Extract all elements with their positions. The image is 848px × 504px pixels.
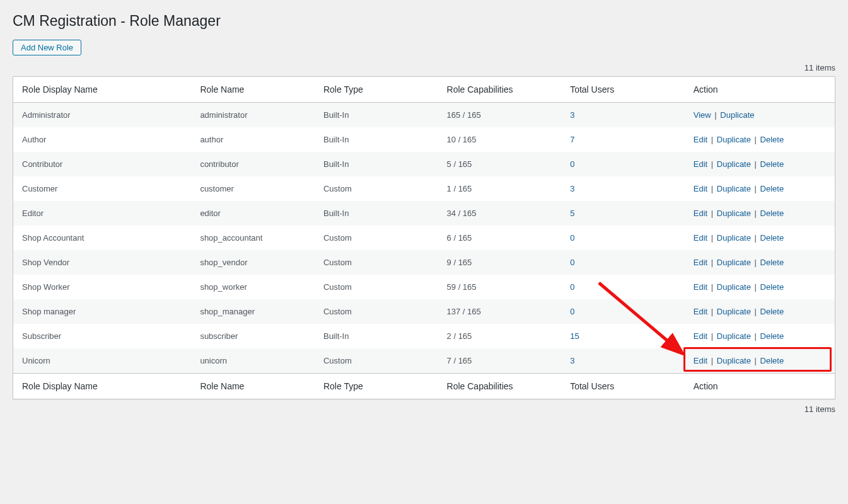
cell-display-name: Subscriber xyxy=(13,324,194,348)
cell-total-users: 0 xyxy=(564,152,687,176)
edit-link[interactable]: Edit xyxy=(694,307,707,316)
cell-role-name: unicorn xyxy=(194,348,317,374)
cell-capabilities: 1 / 165 xyxy=(441,176,564,201)
col-header-action[interactable]: Action xyxy=(687,76,835,102)
cell-total-users: 0 xyxy=(564,226,687,250)
table-row: UnicornunicornCustom7 / 1653Edit | Dupli… xyxy=(13,348,835,374)
col-header-display-name[interactable]: Role Display Name xyxy=(13,76,194,102)
duplicate-link[interactable]: Duplicate xyxy=(717,331,751,341)
cell-role-type: Custom xyxy=(317,226,441,250)
users-link[interactable]: 7 xyxy=(570,135,574,144)
delete-link[interactable]: Delete xyxy=(760,159,784,169)
cell-display-name: Shop Accountant xyxy=(13,226,194,250)
duplicate-link[interactable]: Duplicate xyxy=(717,184,751,193)
users-link[interactable]: 3 xyxy=(570,356,574,365)
duplicate-link[interactable]: Duplicate xyxy=(717,282,751,292)
col-footer-role-type[interactable]: Role Type xyxy=(317,373,441,399)
duplicate-link[interactable]: Duplicate xyxy=(717,159,751,169)
cell-capabilities: 165 / 165 xyxy=(441,102,564,127)
cell-capabilities: 9 / 165 xyxy=(441,250,564,275)
cell-display-name: Shop Worker xyxy=(13,275,194,299)
cell-role-type: Custom xyxy=(317,299,441,324)
edit-link[interactable]: Edit xyxy=(694,233,707,243)
col-header-role-type[interactable]: Role Type xyxy=(317,76,441,102)
edit-link[interactable]: Edit xyxy=(694,135,707,144)
cell-actions: View | Duplicate xyxy=(687,102,835,127)
users-link[interactable]: 5 xyxy=(570,209,574,218)
delete-link[interactable]: Delete xyxy=(760,233,784,243)
duplicate-link[interactable]: Duplicate xyxy=(720,110,754,120)
delete-link[interactable]: Delete xyxy=(760,135,784,144)
cell-display-name: Contributor xyxy=(13,152,194,176)
users-link[interactable]: 0 xyxy=(570,233,574,243)
cell-role-type: Custom xyxy=(317,275,441,299)
add-new-role-button[interactable]: Add New Role xyxy=(13,40,81,55)
cell-display-name: Customer xyxy=(13,176,194,201)
cell-display-name: Unicorn xyxy=(13,348,194,374)
duplicate-link[interactable]: Duplicate xyxy=(717,258,751,267)
table-row: SubscribersubscriberBuilt-In2 / 16515Edi… xyxy=(13,324,835,348)
edit-link[interactable]: Edit xyxy=(694,331,707,341)
delete-link[interactable]: Delete xyxy=(760,356,784,365)
page-title: CM Registration - Role Manager xyxy=(13,6,835,33)
col-header-role-name[interactable]: Role Name xyxy=(194,76,317,102)
table-row: AdministratoradministratorBuilt-In165 / … xyxy=(13,102,835,127)
col-footer-display-name[interactable]: Role Display Name xyxy=(13,373,194,399)
cell-role-name: author xyxy=(194,127,317,152)
cell-actions: Edit | Duplicate | Delete xyxy=(687,176,835,201)
cell-display-name: Administrator xyxy=(13,102,194,127)
cell-role-type: Custom xyxy=(317,348,441,374)
items-count-bottom: 11 items xyxy=(13,399,835,414)
edit-link[interactable]: Edit xyxy=(694,159,707,169)
view-link[interactable]: View xyxy=(694,110,711,120)
table-row: Shop managershop_managerCustom137 / 1650… xyxy=(13,299,835,324)
edit-link[interactable]: Edit xyxy=(694,184,707,193)
duplicate-link[interactable]: Duplicate xyxy=(717,135,751,144)
cell-total-users: 0 xyxy=(564,250,687,275)
delete-link[interactable]: Delete xyxy=(760,209,784,218)
cell-total-users: 15 xyxy=(564,324,687,348)
cell-capabilities: 5 / 165 xyxy=(441,152,564,176)
users-link[interactable]: 0 xyxy=(570,258,574,267)
cell-role-name: subscriber xyxy=(194,324,317,348)
cell-actions: Edit | Duplicate | Delete xyxy=(687,324,835,348)
users-link[interactable]: 0 xyxy=(570,159,574,169)
cell-role-type: Built-In xyxy=(317,152,441,176)
duplicate-link[interactable]: Duplicate xyxy=(717,233,751,243)
col-header-capabilities[interactable]: Role Capabilities xyxy=(441,76,564,102)
cell-total-users: 0 xyxy=(564,275,687,299)
cell-capabilities: 137 / 165 xyxy=(441,299,564,324)
cell-role-type: Custom xyxy=(317,176,441,201)
users-link[interactable]: 3 xyxy=(570,184,574,193)
col-footer-role-name[interactable]: Role Name xyxy=(194,373,317,399)
delete-link[interactable]: Delete xyxy=(760,282,784,292)
col-footer-total-users[interactable]: Total Users xyxy=(564,373,687,399)
delete-link[interactable]: Delete xyxy=(760,331,784,341)
cell-capabilities: 34 / 165 xyxy=(441,201,564,226)
cell-role-name: shop_worker xyxy=(194,275,317,299)
cell-capabilities: 6 / 165 xyxy=(441,226,564,250)
col-footer-capabilities[interactable]: Role Capabilities xyxy=(441,373,564,399)
edit-link[interactable]: Edit xyxy=(694,258,707,267)
users-link[interactable]: 0 xyxy=(570,307,574,316)
col-header-total-users[interactable]: Total Users xyxy=(564,76,687,102)
cell-role-name: customer xyxy=(194,176,317,201)
edit-link[interactable]: Edit xyxy=(694,209,707,218)
cell-role-name: shop_vendor xyxy=(194,250,317,275)
duplicate-link[interactable]: Duplicate xyxy=(717,356,751,365)
delete-link[interactable]: Delete xyxy=(760,307,784,316)
duplicate-link[interactable]: Duplicate xyxy=(717,209,751,218)
duplicate-link[interactable]: Duplicate xyxy=(717,307,751,316)
users-link[interactable]: 3 xyxy=(570,110,574,120)
cell-role-name: shop_accountant xyxy=(194,226,317,250)
delete-link[interactable]: Delete xyxy=(760,258,784,267)
edit-link[interactable]: Edit xyxy=(694,356,707,365)
table-row: Shop Vendorshop_vendorCustom9 / 1650Edit… xyxy=(13,250,835,275)
table-row: ContributorcontributorBuilt-In5 / 1650Ed… xyxy=(13,152,835,176)
col-footer-action[interactable]: Action xyxy=(687,373,835,399)
cell-capabilities: 7 / 165 xyxy=(441,348,564,374)
delete-link[interactable]: Delete xyxy=(760,184,784,193)
users-link[interactable]: 15 xyxy=(570,331,579,341)
edit-link[interactable]: Edit xyxy=(694,282,707,292)
users-link[interactable]: 0 xyxy=(570,282,574,292)
